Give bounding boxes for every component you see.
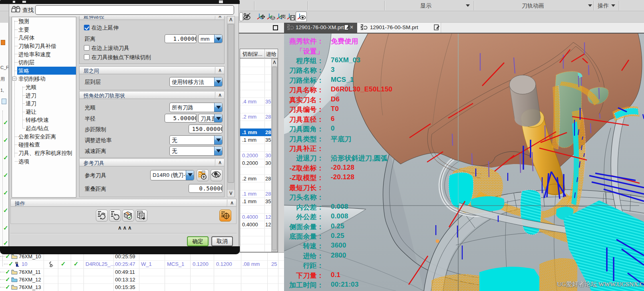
roll-tool-checkbox[interactable] [84,45,89,51]
tree-item[interactable]: 非切削移动 [18,75,46,83]
section-extend-path[interactable]: 延伸路径∧ [79,16,225,20]
section-actions[interactable]: 操作∧ [10,199,237,207]
program-row[interactable]: ✓76XM_1300:15:35 [0,283,284,291]
collapse-caret-icon[interactable]: ∧ [218,92,222,98]
graphics-viewport[interactable]: 燕秀软件：免费使用「设置」程序组：76XM_03刀路名称：3刀路坐标：MCS_1… [284,34,644,291]
scrollbar-thumb[interactable] [228,24,234,183]
tree-item[interactable]: 几何体 [18,34,35,42]
verify-toolpath-button[interactable] [122,210,134,222]
table-row[interactable]: 0.400012 [240,221,271,228]
replay-toolpath-button[interactable] [219,210,231,222]
tree-item[interactable]: 选项 [18,158,29,165]
tree-item[interactable]: 进刀 [26,92,36,99]
display-options-combo[interactable]: 显示 [420,2,431,10]
section-corners[interactable]: 拐角处的刀轨形状∧ [79,91,225,99]
tree-item[interactable]: 避让 [26,109,36,116]
row-name[interactable]: 76XM_12 [19,277,41,283]
dialog-collapse-chevrons-icon[interactable]: ∧∧∧ [118,225,133,231]
scrollbar-thumb[interactable] [272,67,277,250]
tree-item[interactable]: 光顺 [26,84,36,91]
layer-to-layer-combo[interactable]: 使用转移方法 [169,77,223,87]
table-row[interactable]: .1 mm35 [240,136,271,144]
edit-display-button[interactable] [211,169,223,181]
table-row[interactable]: .1 mm35 [240,198,271,205]
tree-item[interactable]: 刀轴和刀具补偿 [18,43,56,50]
tree-expander-icon[interactable]: – [12,77,16,81]
tree-item[interactable]: 策略 [18,67,29,75]
smoothing-combo[interactable]: 所有刀路 [169,103,223,112]
combo-arrow-icon[interactable] [214,136,222,145]
scroll-down-icon[interactable]: ᐯ [227,190,235,197]
table-row[interactable]: .4 mm35 [240,98,271,105]
program-row[interactable]: ✓76XM_1100:49:11 [0,268,284,276]
action-menu-button[interactable]: 操作 [598,2,609,10]
row-name[interactable]: 76XM_11 [19,269,41,275]
tree-item[interactable]: 转移/快速 [26,117,49,124]
action-menu-arrow-icon[interactable] [611,4,615,7]
tree-item[interactable]: 切削层 [18,59,35,66]
csys-save-icon[interactable] [287,12,296,21]
scroll-up-icon[interactable]: ᐱ [272,59,277,66]
extend-on-edges-checkbox[interactable] [84,25,89,30]
reference-tool-combo[interactable]: D14R0 (铣刀-5 参 [150,170,194,180]
scroll-up-icon[interactable]: ᐱ [227,16,235,23]
tree-item[interactable]: 进给率和速度 [18,51,51,58]
tree-item[interactable]: 公差和安全距离 [18,133,56,141]
find-input[interactable] [35,5,234,15]
dialog-scrollbar[interactable]: ᐱᐯ [227,16,235,197]
dialog-titlebar[interactable] [0,0,240,4]
section-reference-tool[interactable]: 参考刀具∧ [79,158,225,166]
table-row[interactable]: .1 mm28 [240,129,271,136]
table-row[interactable]: 0.200030 [240,152,271,159]
collapse-caret-icon[interactable]: ∧ [230,200,234,206]
combo-arrow-icon[interactable] [214,146,222,155]
csys-box-icon[interactable] [267,12,276,21]
row-name[interactable]: 76XM_10 [19,253,41,259]
table-row[interactable]: 0.400012 [240,213,271,221]
table-row[interactable]: 0.200030 [240,159,271,167]
tree-item[interactable]: 碰撞检查 [18,141,40,148]
combo-arrow-icon[interactable] [214,103,222,112]
combo-arrow-icon[interactable] [214,35,222,43]
display-combo-arrow-icon[interactable] [466,4,470,7]
csys-zero-icon[interactable]: (0) [276,12,285,21]
show-hide-percent-icon[interactable] [242,12,251,21]
list-toolpath-button[interactable] [135,210,147,222]
program-row[interactable]: ✓76XM_1200:13:12 [0,276,284,283]
row-name[interactable]: 10 [22,261,27,267]
tree-item[interactable]: 起点/钻点 [26,125,49,132]
cancel-button[interactable]: 取消 [211,236,233,246]
toolpath-animation-combo[interactable]: 刀轨动画 [522,2,544,10]
table-row[interactable]: .1 mm28 [240,190,271,198]
column-header-feed[interactable]: 进给 [266,51,276,58]
generate-toolpath-button[interactable] [96,210,108,222]
distance-input[interactable]: 1.00000 [165,34,197,43]
tree-item[interactable]: 退刀 [26,100,36,107]
collapse-caret-icon[interactable]: ∧ [218,160,222,165]
csys-move-icon[interactable] [257,12,266,21]
combo-arrow-icon[interactable] [214,77,222,86]
animation-combo-arrow-icon[interactable] [588,4,592,7]
table-scrollbar[interactable]: ᐱ [271,59,278,252]
radius-unit-combo[interactable]: 刀具直径 [198,114,223,123]
slowdown-combo[interactable]: 无 [169,146,223,156]
radius-input[interactable]: 5.00000 [165,114,197,123]
row-name[interactable]: 76XM_13 [19,284,41,290]
recalculate-button[interactable] [109,210,121,222]
collapse-caret-icon[interactable]: ∧ [218,67,222,73]
adjust-feed-combo[interactable]: 无 [169,135,223,145]
section-between-layers[interactable]: 层之间∧ [79,66,225,74]
tree-item[interactable]: 主要 [18,26,29,34]
table-row[interactable]: .2 mm28 [240,113,271,121]
tab-close-icon[interactable]: × [350,24,353,30]
collapse-caret-icon[interactable]: ∧ [218,16,222,19]
overlap-input[interactable]: 0.50000 [189,184,223,193]
table-row[interactable]: .2 mm28 [240,175,271,182]
new-tool-button[interactable] [197,169,209,181]
column-header-depth[interactable]: 切削深... [242,51,262,58]
maximize-icon[interactable] [273,25,278,30]
tree-item[interactable]: 预测 [18,18,29,25]
program-row[interactable]: ✓10✓✓D4R0L25_...00:25:47W_1MCS_10.12000.… [0,260,284,268]
combo-arrow-icon[interactable] [186,170,194,180]
combo-arrow-icon[interactable] [214,114,222,122]
